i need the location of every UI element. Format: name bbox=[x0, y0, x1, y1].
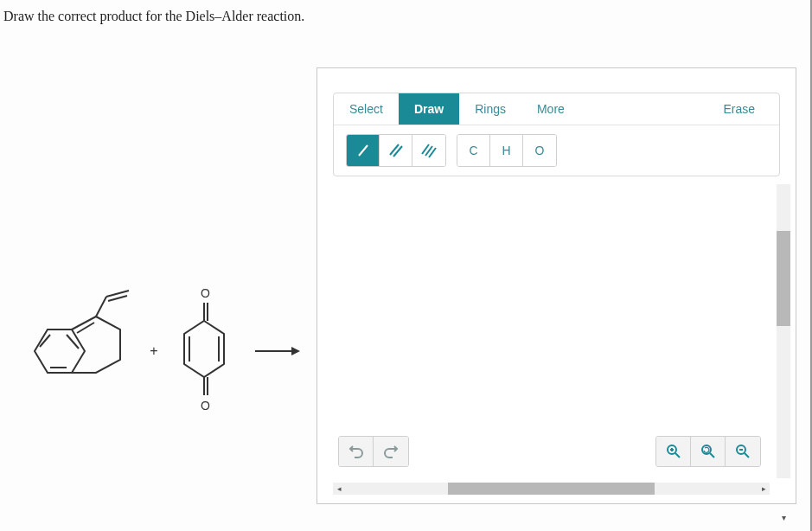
bottom-controls bbox=[338, 436, 761, 467]
content-wrapper: + O O bbox=[0, 67, 810, 504]
carbon-button[interactable]: C bbox=[457, 135, 490, 166]
triple-bond-button[interactable] bbox=[412, 135, 445, 166]
svg-text:O: O bbox=[201, 399, 210, 413]
svg-line-19 bbox=[393, 146, 402, 157]
zoom-in-button[interactable] bbox=[656, 437, 691, 466]
oxygen-button[interactable]: O bbox=[523, 135, 556, 166]
atom-group: C H O bbox=[457, 134, 557, 167]
reaction-display: + O O bbox=[0, 180, 311, 504]
zoom-out-button[interactable] bbox=[726, 437, 760, 466]
plus-symbol: + bbox=[150, 343, 157, 359]
tab-draw[interactable]: Draw bbox=[399, 93, 459, 125]
zoom-reset-button[interactable] bbox=[691, 437, 726, 466]
drawing-canvas[interactable] bbox=[333, 184, 770, 458]
tab-erase[interactable]: Erase bbox=[707, 93, 779, 125]
svg-line-4 bbox=[77, 323, 94, 333]
tab-more[interactable]: More bbox=[521, 93, 580, 125]
history-group bbox=[338, 436, 409, 467]
undo-button[interactable] bbox=[339, 437, 374, 466]
redo-button[interactable] bbox=[374, 437, 408, 466]
vertical-scroll-thumb[interactable] bbox=[777, 231, 790, 326]
triple-bond-icon bbox=[420, 143, 438, 158]
question-prompt: Draw the correct product for the Diels–A… bbox=[0, 0, 810, 24]
scroll-right-arrow-icon[interactable]: ▸ bbox=[758, 483, 770, 495]
zoom-reset-icon bbox=[700, 444, 716, 459]
hydrogen-button[interactable]: H bbox=[490, 135, 523, 166]
svg-marker-0 bbox=[35, 329, 85, 373]
double-bond-button[interactable] bbox=[380, 135, 412, 166]
horizontal-scroll-track[interactable] bbox=[345, 483, 758, 495]
zoom-in-icon bbox=[666, 444, 681, 459]
double-bond-icon bbox=[388, 143, 404, 158]
single-bond-button[interactable] bbox=[347, 135, 380, 166]
single-bond-icon bbox=[356, 143, 370, 158]
scroll-down-arrow-icon[interactable]: ▾ bbox=[777, 510, 790, 524]
structure-editor: Select Draw Rings More Erase bbox=[316, 67, 796, 504]
zoom-group bbox=[655, 436, 761, 467]
dienophile-structure: O O bbox=[174, 282, 234, 420]
svg-line-7 bbox=[108, 296, 127, 301]
svg-line-18 bbox=[390, 144, 399, 155]
editor-toolbar: Select Draw Rings More Erase bbox=[333, 93, 780, 176]
svg-line-30 bbox=[745, 453, 749, 457]
redo-icon bbox=[383, 444, 399, 459]
horizontal-scrollbar[interactable]: ◂ ▸ bbox=[333, 483, 770, 495]
svg-line-17 bbox=[359, 145, 368, 156]
undo-icon bbox=[348, 444, 364, 459]
svg-line-5 bbox=[96, 297, 106, 317]
bond-group bbox=[346, 134, 446, 167]
vertical-scrollbar[interactable] bbox=[777, 184, 790, 478]
svg-text:O: O bbox=[201, 286, 210, 300]
scroll-left-arrow-icon[interactable]: ◂ bbox=[333, 483, 345, 495]
tab-row: Select Draw Rings More Erase bbox=[334, 93, 779, 125]
horizontal-scroll-thumb[interactable] bbox=[448, 483, 655, 495]
svg-line-28 bbox=[710, 453, 714, 457]
zoom-out-icon bbox=[735, 444, 751, 459]
tab-select[interactable]: Select bbox=[334, 93, 399, 125]
tab-rings[interactable]: Rings bbox=[459, 93, 521, 125]
svg-line-24 bbox=[675, 453, 680, 457]
tool-row: C H O bbox=[334, 125, 779, 176]
reaction-arrow bbox=[255, 350, 298, 352]
reaction-molecules: + O O bbox=[22, 282, 297, 420]
diene-structure bbox=[22, 286, 134, 416]
